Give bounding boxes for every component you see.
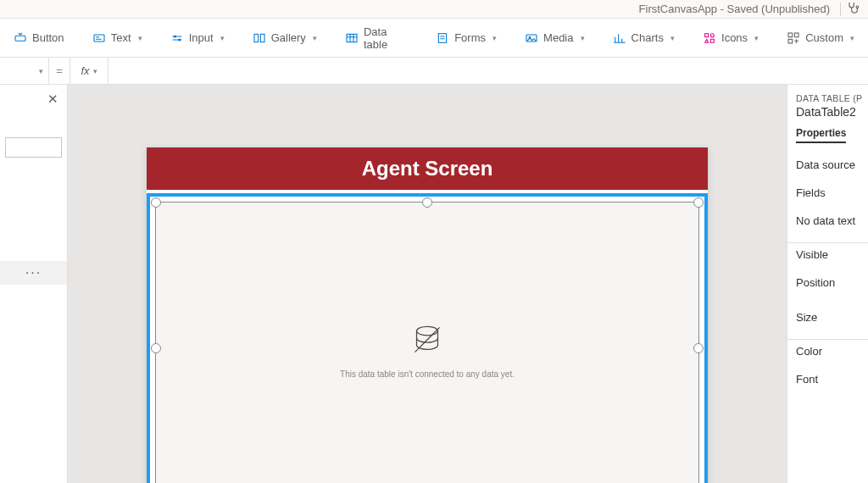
titlebar-divider bbox=[840, 3, 841, 16]
svg-rect-1 bbox=[15, 36, 25, 41]
selection-handle[interactable] bbox=[151, 343, 161, 353]
properties-divider bbox=[787, 242, 868, 243]
ribbon-icons-label: Icons bbox=[721, 31, 748, 44]
screen-header-label: Agent Screen bbox=[147, 147, 708, 190]
chevron-down-icon: ▾ bbox=[313, 34, 317, 42]
prop-position[interactable]: Position bbox=[796, 276, 868, 289]
svg-point-4 bbox=[178, 39, 180, 41]
svg-point-12 bbox=[710, 33, 714, 36]
ribbon-forms-button[interactable]: Forms ▾ bbox=[429, 28, 504, 48]
ribbon-text-button[interactable]: Text ▾ bbox=[86, 28, 149, 48]
selection-handle[interactable] bbox=[693, 343, 704, 353]
data-table-empty-message: This data table isn't connected to any d… bbox=[340, 369, 515, 379]
svg-rect-2 bbox=[94, 35, 104, 42]
gallery-icon bbox=[253, 31, 266, 45]
ribbon-custom-label: Custom bbox=[805, 31, 843, 44]
chevron-down-icon: ▾ bbox=[581, 34, 585, 42]
ribbon-gallery-button[interactable]: Gallery ▾ bbox=[246, 28, 324, 48]
svg-point-16 bbox=[417, 326, 438, 335]
ribbon-charts-button[interactable]: Charts ▾ bbox=[606, 28, 682, 48]
formula-bar: ▾ = fx ▾ bbox=[0, 58, 868, 85]
ribbon-button-label: Button bbox=[32, 31, 64, 44]
chevron-down-icon: ▾ bbox=[220, 34, 225, 42]
screen-preview[interactable]: Agent Screen This data table isn't conne… bbox=[147, 147, 708, 483]
chevron-down-icon: ▾ bbox=[670, 34, 675, 42]
fx-button[interactable]: fx ▾ bbox=[70, 58, 108, 84]
equals-label: = bbox=[49, 58, 70, 84]
svg-rect-15 bbox=[788, 39, 793, 43]
custom-icon bbox=[787, 31, 800, 45]
ribbon-forms-label: Forms bbox=[454, 31, 486, 44]
formula-input[interactable] bbox=[108, 58, 868, 84]
svg-line-17 bbox=[415, 327, 439, 352]
chevron-down-icon: ▾ bbox=[492, 34, 497, 42]
tab-properties[interactable]: Properties bbox=[796, 127, 846, 143]
svg-rect-13 bbox=[788, 33, 793, 37]
data-table-control[interactable]: This data table isn't connected to any d… bbox=[155, 202, 699, 483]
main-area: ✕ ··· Agent Screen This data table isn't… bbox=[0, 85, 868, 483]
control-type-label: DATA TABLE (P bbox=[796, 93, 868, 103]
control-name-label: DataTable2 bbox=[796, 105, 868, 119]
database-empty-icon bbox=[406, 319, 448, 364]
chevron-down-icon: ▾ bbox=[850, 34, 854, 42]
prop-size[interactable]: Size bbox=[796, 311, 868, 324]
chevron-down-icon: ▾ bbox=[138, 34, 142, 42]
properties-panel: DATA TABLE (P DataTable2 Properties Data… bbox=[787, 85, 868, 483]
ribbon-button-button[interactable]: Button bbox=[7, 28, 71, 48]
button-icon bbox=[14, 31, 27, 45]
prop-no-data-text[interactable]: No data text bbox=[796, 214, 868, 227]
property-selector[interactable]: ▾ bbox=[0, 58, 49, 84]
properties-divider bbox=[787, 339, 868, 340]
svg-point-0 bbox=[856, 6, 859, 8]
ribbon-media-button[interactable]: Media ▾ bbox=[518, 28, 591, 48]
prop-data-source[interactable]: Data source bbox=[796, 158, 868, 171]
selection-handle[interactable] bbox=[422, 197, 432, 208]
input-icon bbox=[170, 31, 184, 45]
chevron-down-icon: ▾ bbox=[754, 34, 759, 42]
svg-rect-8 bbox=[438, 33, 446, 42]
ribbon-input-label: Input bbox=[189, 31, 214, 44]
close-panel-button[interactable]: ✕ bbox=[47, 92, 58, 107]
prop-font[interactable]: Font bbox=[796, 373, 868, 386]
ribbon-media-label: Media bbox=[543, 31, 573, 44]
forms-icon bbox=[436, 31, 449, 45]
svg-rect-5 bbox=[254, 34, 259, 42]
svg-point-3 bbox=[174, 36, 175, 37]
app-title: FirstCanvasApp - Saved (Unpublished) bbox=[639, 3, 830, 15]
insert-ribbon: Button Text ▾ Input ▾ Gallery ▾ Data tab… bbox=[0, 19, 868, 58]
media-icon bbox=[525, 31, 538, 45]
chevron-down-icon: ▾ bbox=[39, 67, 43, 75]
text-icon bbox=[92, 31, 106, 45]
prop-visible[interactable]: Visible bbox=[796, 248, 868, 261]
charts-icon bbox=[613, 31, 626, 45]
selection-handle[interactable] bbox=[693, 197, 704, 208]
chevron-down-icon: ▾ bbox=[93, 67, 97, 75]
prop-fields[interactable]: Fields bbox=[796, 186, 868, 199]
ribbon-datatable-button[interactable]: Data table bbox=[338, 22, 415, 54]
selection-handle[interactable] bbox=[151, 197, 161, 208]
canvas[interactable]: Agent Screen This data table isn't conne… bbox=[68, 85, 787, 483]
fx-label: fx bbox=[81, 64, 89, 77]
prop-color[interactable]: Color bbox=[796, 345, 868, 358]
window-titlebar: FirstCanvasApp - Saved (Unpublished) bbox=[0, 0, 868, 19]
svg-rect-6 bbox=[260, 34, 264, 42]
tree-view-panel: ✕ ··· bbox=[0, 85, 68, 483]
ribbon-icons-button[interactable]: Icons ▾ bbox=[696, 28, 765, 48]
icons-icon bbox=[703, 31, 716, 45]
svg-rect-14 bbox=[795, 33, 799, 37]
tree-search-input[interactable] bbox=[5, 137, 62, 158]
ribbon-datatable-label: Data table bbox=[364, 25, 408, 51]
tree-item-overflow[interactable]: ··· bbox=[0, 261, 67, 285]
svg-rect-7 bbox=[347, 34, 357, 42]
app-checker-icon[interactable] bbox=[846, 1, 860, 17]
ribbon-custom-button[interactable]: Custom ▾ bbox=[780, 28, 861, 48]
ribbon-text-label: Text bbox=[111, 31, 131, 44]
ribbon-charts-label: Charts bbox=[632, 31, 664, 44]
svg-rect-11 bbox=[705, 33, 709, 36]
ribbon-gallery-label: Gallery bbox=[271, 31, 306, 44]
data-table-icon bbox=[345, 31, 359, 45]
ribbon-input-button[interactable]: Input ▾ bbox=[164, 28, 231, 48]
